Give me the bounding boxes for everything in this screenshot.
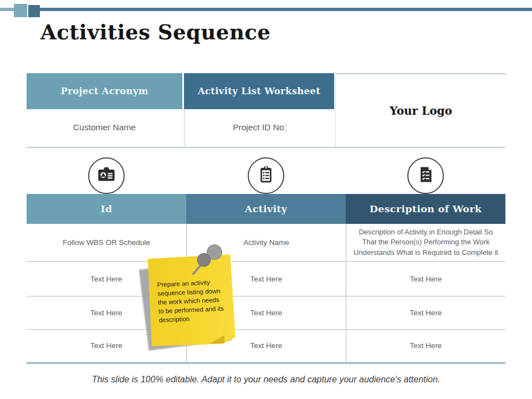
cell-id-guideline: Follow WBS OR Schedule [27, 224, 186, 261]
page-title: Activities Sequence [40, 20, 270, 44]
accent-square-dark [28, 5, 40, 17]
sticky-note-text: Prepare an activity sequence listing dow… [157, 277, 226, 325]
table-row: Text Here Text Here Text Here [27, 262, 505, 296]
column-header-id: Id [27, 194, 186, 224]
logo-placeholder: Your Logo [335, 73, 506, 147]
document-checklist-icon [416, 165, 436, 187]
table-row: Text Here Text Here Text Here [27, 330, 505, 361]
info-header-activity-list-worksheet: Activity List Worksheet [184, 73, 334, 109]
slide: Activities Sequence Project Acronym Acti… [0, 0, 532, 399]
project-id-cell: Project ID No: [184, 109, 335, 146]
table-row: Follow WBS OR Schedule Activity Name Des… [27, 224, 505, 262]
table-bottom-accent-bar [27, 362, 505, 364]
table-row: Text Here Text Here Text Here [27, 296, 505, 330]
description-column-icon-circle [407, 157, 444, 194]
column-header-description: Description of Work [346, 194, 505, 224]
cell-description-guideline: Description of Activity in Enough Detail… [346, 224, 505, 261]
editable-note-caption: This slide is 100% editable. Adapt it to… [0, 375, 532, 385]
customer-name-cell: Customer Name [27, 109, 182, 146]
id-badge-icon [96, 165, 116, 187]
id-column-icon-circle [88, 157, 125, 194]
activity-column-icon-circle [248, 157, 284, 194]
clipboard-checklist-icon [256, 165, 276, 187]
cell-text-placeholder: Text Here [346, 296, 505, 329]
accent-square-light [14, 4, 27, 17]
top-accent-line [39, 8, 532, 11]
project-info-table: Project Acronym Activity List Worksheet … [27, 73, 505, 148]
info-header-project-acronym: Project Acronym [27, 73, 182, 109]
cell-text-placeholder: Text Here [346, 330, 505, 361]
push-pin-icon [186, 242, 225, 280]
activity-table-body: Follow WBS OR Schedule Activity Name Des… [27, 224, 505, 361]
cell-text-placeholder: Text Here [346, 262, 505, 296]
sticky-note-curl [209, 335, 225, 344]
column-header-activity: Activity [186, 194, 346, 224]
top-accent-line-light [0, 8, 15, 11]
activity-table-header: Id Activity Description of Work [27, 194, 505, 224]
activity-table: Id Activity Description of Work Follow W… [27, 194, 505, 364]
